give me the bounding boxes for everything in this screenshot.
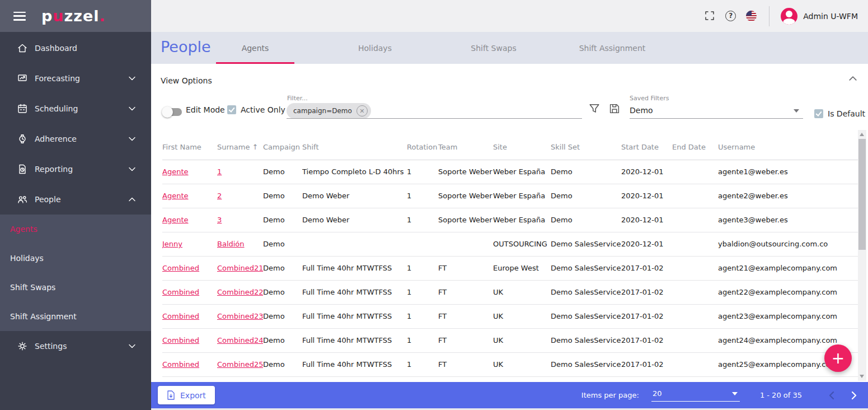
cell-team: Soporte Weber — [438, 208, 493, 232]
sidebar-item-label: Settings — [35, 342, 67, 351]
hamburger-menu-icon[interactable] — [13, 12, 26, 21]
filter-input-underline[interactable] — [287, 118, 582, 119]
topbar-divider — [769, 6, 770, 26]
first-name-link[interactable]: Combined — [162, 264, 199, 272]
sidebar-item-adherence[interactable]: Adherence — [0, 124, 151, 154]
column-header-start-date[interactable]: Start Date — [621, 134, 672, 160]
cell-team: FT — [438, 304, 493, 328]
chevron-right-icon — [851, 391, 857, 400]
first-name-link[interactable]: Agente — [162, 216, 188, 224]
column-header-first-name[interactable]: First Name — [162, 134, 217, 160]
chip-remove-icon[interactable]: ✕ — [356, 105, 368, 117]
first-name-link[interactable]: Combined — [162, 288, 199, 296]
sidebar-item-label: People — [35, 195, 61, 204]
column-header-site[interactable]: Site — [493, 134, 551, 160]
is-default-checkbox[interactable] — [814, 109, 823, 118]
cell-username: agent22@examplecompany.com — [718, 280, 858, 304]
column-header-rotation[interactable]: Rotation — [407, 134, 438, 160]
submenu-item-agents[interactable]: Agents — [0, 215, 151, 244]
cell-shift: Demo Weber — [302, 184, 407, 208]
cell-end-date — [672, 256, 718, 280]
chevron-up-icon — [129, 197, 135, 202]
cell-site: OUTSOURCING — [493, 232, 551, 256]
cell-end-date — [672, 304, 718, 328]
tab-label: Agents — [242, 44, 269, 53]
cell-skill-set: Demo SalesService — [551, 304, 621, 328]
add-agent-fab-button[interactable]: + — [824, 344, 852, 372]
column-header-team[interactable]: Team — [438, 134, 493, 160]
cell-team: FT — [438, 328, 493, 352]
column-header-username[interactable]: Username — [718, 134, 858, 160]
first-name-link[interactable]: Agente — [162, 167, 188, 176]
sidebar-item-forecasting[interactable]: Forecasting — [0, 63, 151, 94]
tab-holidays[interactable]: Holidays — [334, 32, 416, 64]
items-per-page-select[interactable]: 20 — [651, 389, 740, 402]
save-filter-icon[interactable] — [609, 103, 620, 114]
user-name[interactable]: Admin U-WFM — [803, 12, 858, 21]
table-row: Combined Combined23 Demo Full Time 40hr … — [162, 304, 858, 328]
saved-filters-value[interactable]: Demo — [630, 106, 653, 115]
submenu-item-shift-assignment[interactable]: Shift Assignment — [0, 302, 151, 331]
people-icon — [17, 194, 28, 205]
previous-page-button[interactable] — [824, 388, 839, 403]
surname-link[interactable]: Baldión — [217, 240, 245, 248]
column-header-campaign[interactable]: Campaign — [263, 134, 302, 160]
submenu-item-shift-swaps[interactable]: Shift Swaps — [0, 273, 151, 302]
chevron-down-icon — [129, 344, 135, 348]
surname-link[interactable]: Combined23 — [217, 312, 263, 320]
submenu-item-label: Shift Assignment — [10, 312, 77, 321]
column-header-skill-set[interactable]: Skill Set — [551, 134, 621, 160]
table-row: Combined Combined25 Demo Full Time 40hr … — [162, 352, 858, 376]
tab-shift-swaps[interactable]: Shift Swaps — [456, 32, 532, 64]
sidebar-item-dashboard[interactable]: Dashboard — [0, 33, 151, 63]
sidebar-item-reporting[interactable]: Reporting — [0, 154, 151, 184]
surname-link[interactable]: Combined25 — [217, 360, 263, 369]
chevron-down-icon — [129, 106, 135, 111]
column-header-end-date[interactable]: End Date — [672, 134, 718, 160]
column-header-shift[interactable]: Shift — [302, 134, 407, 160]
view-options-title: View Options — [161, 76, 212, 85]
saved-filters-dropdown-arrow-icon[interactable] — [794, 109, 799, 113]
fullscreen-icon — [705, 11, 715, 21]
surname-link[interactable]: 1 — [217, 167, 222, 176]
surname-link[interactable]: 3 — [217, 216, 222, 224]
cell-team: Soporte Weber — [438, 184, 493, 208]
first-name-link[interactable]: Jenny — [162, 240, 182, 248]
surname-link[interactable]: Combined24 — [217, 336, 263, 344]
column-header-surname[interactable]: Surname↑ — [217, 134, 263, 160]
first-name-link[interactable]: Combined — [162, 312, 199, 320]
sidebar-item-scheduling[interactable]: Scheduling — [0, 94, 151, 124]
surname-link[interactable]: Combined22 — [217, 288, 263, 296]
table-row: Agente 2 Demo Demo Weber 1 Soporte Weber… — [162, 184, 858, 208]
first-name-link[interactable]: Agente — [162, 192, 188, 200]
next-page-button[interactable] — [847, 388, 861, 403]
surname-link[interactable]: 2 — [217, 192, 222, 200]
edit-mode-toggle[interactable] — [163, 108, 182, 116]
first-name-link[interactable]: Combined — [162, 336, 199, 344]
fullscreen-button[interactable] — [705, 11, 716, 22]
tab-agents[interactable]: Agents — [216, 32, 294, 64]
sort-ascending-icon: ↑ — [252, 143, 258, 151]
cell-start-date: 2020-12-01 — [621, 184, 672, 208]
collapse-panel-chevron-up-icon[interactable] — [848, 75, 857, 82]
active-only-checkbox[interactable] — [227, 105, 236, 114]
people-submenu: Agents Holidays Shift Swaps Shift Assign… — [0, 215, 151, 331]
cell-shift: Full Time 40hr MTWTFSS — [302, 352, 407, 376]
surname-link[interactable]: Combined21 — [217, 264, 263, 272]
tab-shift-assignment[interactable]: Shift Assignment — [569, 32, 656, 64]
scrollbar-up-arrow[interactable] — [860, 133, 864, 136]
first-name-link[interactable]: Combined — [162, 360, 199, 369]
scrollbar-thumb[interactable] — [858, 139, 866, 250]
items-per-page-dropdown-arrow-icon — [732, 392, 738, 395]
filter-chip[interactable]: campaign=Demo ✕ — [287, 103, 371, 119]
scrollbar-down-arrow[interactable] — [860, 375, 864, 378]
sidebar-item-people[interactable]: People — [0, 184, 151, 215]
export-button[interactable]: Export — [158, 386, 215, 404]
language-selector[interactable] — [746, 11, 757, 22]
help-button[interactable]: ? — [725, 11, 736, 22]
cell-shift: Full Time 40hr MTWTFSS — [302, 256, 407, 280]
submenu-item-holidays[interactable]: Holidays — [0, 244, 151, 273]
filter-funnel-icon[interactable] — [589, 103, 600, 114]
user-avatar[interactable] — [781, 8, 797, 25]
sidebar-item-settings[interactable]: Settings — [0, 331, 151, 361]
